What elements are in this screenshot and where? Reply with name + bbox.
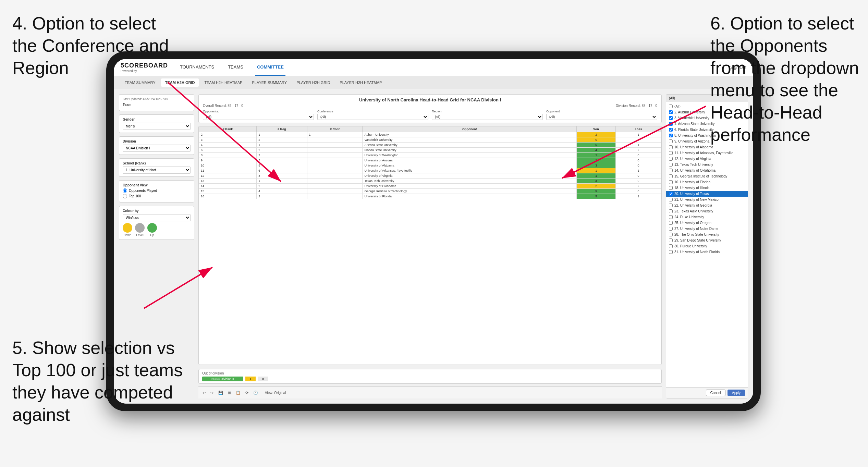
opponent-list-item[interactable]: 29. San Diego State University [666,237,748,243]
colour-select[interactable]: Win/loss [123,214,191,221]
opponent-checkbox[interactable] [669,169,673,172]
opponent-checkbox[interactable] [669,139,673,143]
region-filter-select[interactable]: (All) [432,114,543,120]
opponent-list-item[interactable]: 16. University of Florida [666,179,748,185]
opponent-list-item[interactable]: 13. Texas Tech University [666,162,748,168]
opponent-item-label: 13. Texas Tech University [674,163,713,167]
opponent-checkbox[interactable] [669,163,673,167]
region-filter-label: Region [432,110,543,113]
nav-committee[interactable]: COMMITTEE [255,59,285,76]
opponent-list-item[interactable]: 11. University of Arkansas, Fayetteville [666,150,748,156]
cell-loss: 2 [616,184,661,189]
apply-button[interactable]: Apply [728,390,745,396]
toolbar-paste[interactable]: 📋 [234,390,242,396]
school-select[interactable]: 1. University of Nort... [123,167,191,174]
col-rank: # Rank [199,126,257,132]
toolbar-copy[interactable]: ⊞ [227,390,232,396]
subnav-player-h2h-heatmap[interactable]: PLAYER H2H HEATMAP [335,78,386,87]
opponent-list-item[interactable]: 23. Texas A&M University [666,208,748,214]
colour-legend: Down Level Up [123,223,191,237]
opponent-checkbox[interactable] [669,128,673,132]
opponent-checkbox[interactable] [669,110,673,114]
gender-select[interactable]: Men's [123,123,191,130]
main-content: Last Updated: 4/5/2024 16:55:38 Team Gen… [114,89,753,404]
colour-down-label: Down [123,233,131,237]
opponent-filter-select[interactable]: (All) [546,114,657,120]
annotation-top-left: 4. Option to select the Conference and R… [12,12,184,79]
opponent-list-item[interactable]: 14. University of Oklahoma [666,168,748,173]
subnav-team-h2h-heatmap[interactable]: TEAM H2H HEATMAP [200,78,246,87]
opponent-list-item[interactable]: 18. University of Illinois [666,185,748,191]
toolbar-save[interactable]: 💾 [217,390,224,396]
opponent-checkbox[interactable] [669,157,673,161]
opponent-checkbox[interactable] [669,227,673,231]
opponent-checkbox[interactable] [669,174,673,178]
opponents-played-option[interactable]: Opponents Played [123,188,191,193]
cell-loss: 0 [616,189,661,194]
opponent-checkbox[interactable] [669,244,673,248]
opponent-list-item[interactable]: 21. University of New Mexico [666,197,748,202]
top-100-radio[interactable] [123,194,127,198]
cell-rank: 2 [199,132,257,137]
opponent-checkbox[interactable] [669,209,673,213]
view-label: View: Original [265,391,286,395]
opponent-list-item[interactable]: 12. University of Virginia [666,156,748,162]
cell-conf: 1 [307,132,363,137]
table-row: 3 2 Vanderbilt University 0 4 [199,137,661,143]
nav-teams[interactable]: TEAMS [226,59,245,76]
table-row: 12 3 University of Virginia 1 0 [199,173,661,179]
opponent-checkbox[interactable] [669,221,673,225]
opponent-list-item[interactable]: 30. Purdue University [666,243,748,249]
opponent-list-item[interactable]: 24. Duke University [666,214,748,220]
opponent-list-item[interactable]: 20. University of Texas [666,191,748,197]
opponent-list-item[interactable]: 28. The Ohio State University [666,232,748,237]
nav-tournaments[interactable]: TOURNAMENTS [178,59,216,76]
subnav-player-h2h-grid[interactable]: PLAYER H2H GRID [292,78,334,87]
opponent-checkbox[interactable] [669,198,673,201]
opponent-checkbox[interactable] [669,122,673,126]
subnav-player-summary[interactable]: PLAYER SUMMARY [248,78,291,87]
opponent-checkbox[interactable] [669,238,673,242]
opponent-checkbox[interactable] [669,233,673,236]
opponent-checkbox[interactable] [669,105,673,108]
out-of-division: Out of division NCAA Division II 1 0 [198,369,662,384]
data-table-container: # Rank # Reg # Conf Opponent Win Loss 2 [198,126,662,365]
opponent-filter-label: Opponent [546,110,657,113]
opponents-filter-select[interactable]: (All) [203,114,314,120]
cell-opponent: University of Arizona [363,158,577,163]
opponent-checkbox[interactable] [669,151,673,155]
opponent-checkbox[interactable] [669,204,673,207]
top-100-option[interactable]: Top 100 [123,194,191,198]
toolbar-clock[interactable]: 🕐 [252,390,259,396]
toolbar-redo[interactable]: ↪ [209,390,215,396]
opponent-list-item[interactable]: 25. University of Oregon [666,220,748,226]
opponent-checkbox[interactable] [669,250,673,254]
subnav-team-h2h-grid[interactable]: TEAM H2H GRID [161,78,199,87]
opponent-list-item[interactable]: 27. University of Notre Dame [666,226,748,232]
opponent-checkbox[interactable] [669,215,673,219]
opponent-checkbox[interactable] [669,192,673,196]
conference-filter-select[interactable]: (All) [317,114,428,120]
opponent-checkbox[interactable] [669,180,673,184]
opponent-checkbox[interactable] [669,116,673,120]
cell-opponent: University of Arkansas, Fayetteville [363,168,577,173]
opponent-checkbox[interactable] [669,134,673,137]
toolbar-undo[interactable]: ↩ [201,390,207,396]
toolbar-refresh[interactable]: ⟳ [244,390,250,396]
division-select[interactable]: NCAA Division I [123,145,191,152]
opponent-item-label: 3. Vanderbilt University [674,116,709,120]
opponent-list-item[interactable]: 22. University of Georgia [666,202,748,208]
subnav-team-summary[interactable]: TEAM SUMMARY [121,78,160,87]
opponent-list-item[interactable]: 31. University of North Florida [666,249,748,255]
opponent-checkbox[interactable] [669,145,673,149]
top-100-label: Top 100 [129,194,141,198]
opponent-item-label: 14. University of Oklahoma [674,169,716,172]
opponents-played-radio[interactable] [123,188,127,193]
division-section: Division NCAA Division I [119,136,194,155]
school-section: School (Rank) 1. University of Nort... [119,158,194,177]
opponent-item-label: 25. University of Oregon [674,221,711,225]
table-row: 15 4 Georgia Institute of Technology 5 0 [199,189,661,194]
opponent-list-item[interactable]: 15. Georgia Institute of Technology [666,173,748,179]
cancel-button[interactable]: Cancel [706,390,725,396]
opponent-checkbox[interactable] [669,186,673,190]
